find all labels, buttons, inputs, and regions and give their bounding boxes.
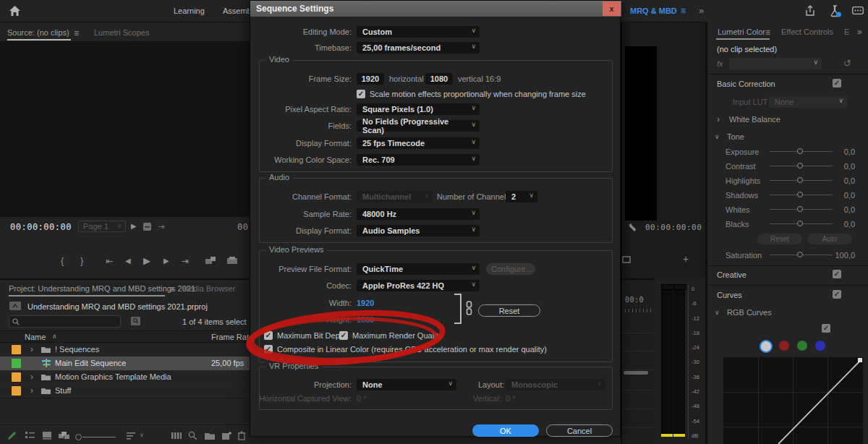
curve-channel-blue[interactable] <box>815 341 825 351</box>
sample-rate-select[interactable]: 48000 Hz ∨ <box>357 208 480 220</box>
fields-select[interactable]: No Fields (Progressive Scan) ∨ <box>357 120 480 132</box>
export-share-icon[interactable] <box>804 5 816 17</box>
rgb-curve-editor[interactable] <box>723 357 863 444</box>
rgb-curves-section[interactable]: RGB Curves <box>727 308 772 317</box>
wrench-settings-icon[interactable] <box>629 223 638 232</box>
curve-channel-red[interactable] <box>779 341 789 351</box>
number-of-channels-select[interactable]: 2 ∨ <box>506 191 537 202</box>
slider-thumb[interactable] <box>797 252 803 257</box>
projection-select[interactable]: None ∨ <box>357 379 456 390</box>
panel-menu-icon[interactable]: ≡ <box>74 28 79 38</box>
slider-value[interactable]: 0,0 <box>835 218 855 230</box>
freeform-view-icon[interactable] <box>58 431 70 440</box>
basic-correction-checkbox[interactable]: ✓ <box>833 79 841 87</box>
label-swatch[interactable] <box>12 372 21 382</box>
section-curves[interactable]: Curves <box>717 291 742 299</box>
slider-value[interactable]: 0,0 <box>835 189 855 201</box>
item-name[interactable]: Motion Graphics Template Media <box>55 370 171 384</box>
breadcrumb[interactable]: Understanding MRQ and MBD settings 2021.… <box>27 302 208 311</box>
chevron-down-icon[interactable]: ∨ <box>715 309 720 316</box>
comments-icon[interactable] <box>852 7 864 16</box>
slider-thumb[interactable] <box>797 221 803 226</box>
insert-icon[interactable] <box>205 256 216 265</box>
workspace-tab-learning[interactable]: Learning <box>168 0 210 22</box>
audio-display-format-select[interactable]: Audio Samples ∨ <box>357 225 480 236</box>
reset-effect-icon[interactable]: ↺ <box>843 58 851 69</box>
max-render-quality-checkbox[interactable]: ✓ <box>339 331 348 340</box>
play-button[interactable]: ▶ <box>143 255 150 266</box>
slider-value[interactable]: 0,0 <box>835 146 855 158</box>
tab-effect-controls[interactable]: Effect Controls <box>781 27 833 36</box>
workspace-overflow-icon[interactable]: » <box>699 5 704 16</box>
curve-channel-master[interactable] <box>760 340 773 353</box>
max-bit-depth-checkbox[interactable]: ✓ <box>264 331 273 340</box>
panel-overflow-icon[interactable]: » <box>857 27 862 37</box>
fx-preset-select[interactable]: ∨ <box>729 58 822 69</box>
slider-thumb[interactable] <box>797 177 803 183</box>
chevron-down-icon[interactable]: ∨ <box>140 432 144 438</box>
bin-up-icon[interactable] <box>9 301 22 311</box>
ok-button[interactable]: OK <box>472 424 539 437</box>
frame-height-input[interactable]: 1080 <box>425 73 453 85</box>
project-row-stuff[interactable]: › Stuff <box>0 384 250 398</box>
zoom-slider-thumb[interactable] <box>75 434 82 440</box>
timeline-track-item[interactable] <box>624 371 648 375</box>
tone-reset-button[interactable]: Reset <box>757 234 802 244</box>
white-balance-section[interactable]: White Balance <box>729 115 780 124</box>
disclosure-icon[interactable]: › <box>30 384 33 398</box>
find-icon[interactable] <box>188 431 197 440</box>
panel-menu-icon[interactable]: ≡ <box>765 27 770 38</box>
project-row-main-edit-sequence[interactable]: Main Edit Sequence 25,00 fps <box>0 357 250 371</box>
preview-reset-button[interactable]: Reset <box>478 304 540 317</box>
disclosure-icon[interactable]: › <box>30 343 33 357</box>
preview-width-value[interactable]: 1920 <box>357 296 374 309</box>
preview-file-format-select[interactable]: QuickTime ∨ <box>357 263 480 275</box>
close-icon[interactable]: x <box>603 1 621 16</box>
slider-value[interactable]: 100,0 <box>835 249 855 261</box>
curves-checkbox[interactable]: ✓ <box>833 290 841 299</box>
input-lut-select[interactable]: None ∨ <box>769 96 847 108</box>
icon-view-icon[interactable] <box>42 431 52 440</box>
writable-pen-icon[interactable] <box>7 431 17 440</box>
project-row-sequences[interactable]: › ! Sequences <box>0 343 250 357</box>
list-view-icon[interactable] <box>25 431 35 440</box>
codec-select[interactable]: Apple ProRes 422 HQ ∨ <box>357 280 480 291</box>
section-basic-correction[interactable]: Basic Correction <box>717 80 775 88</box>
mark-out-button[interactable]: } <box>80 255 83 266</box>
video-display-format-select[interactable]: 25 fps Timecode ∨ <box>357 137 480 149</box>
section-creative[interactable]: Creative <box>717 270 746 279</box>
new-item-icon[interactable] <box>221 431 231 440</box>
rgb-curves-checkbox[interactable]: ✓ <box>822 324 830 333</box>
workspace-menu-icon[interactable]: ≡ <box>681 6 686 16</box>
label-swatch[interactable] <box>12 345 21 354</box>
workspace-tab-mrq-mbd[interactable]: MRQ & MBD <box>624 0 683 22</box>
creative-checkbox[interactable]: ✓ <box>833 270 841 278</box>
editing-mode-select[interactable]: Custom ∨ <box>357 26 480 38</box>
go-to-in-button[interactable]: ⇤ <box>106 256 113 266</box>
tab-source[interactable]: Source: (no clips) <box>7 28 69 37</box>
column-name[interactable]: Name <box>25 333 46 341</box>
zoom-slider-track[interactable] <box>82 437 116 437</box>
disclosure-icon[interactable]: › <box>717 114 720 124</box>
dialog-titlebar[interactable]: Sequence Settings x <box>250 1 621 17</box>
tab-lumetri-scopes[interactable]: Lumetri Scopes <box>94 28 149 37</box>
link-chain-icon[interactable] <box>466 301 472 315</box>
search-bin-icon[interactable] <box>130 316 141 326</box>
curve-channel-green[interactable] <box>797 341 807 351</box>
home-icon[interactable] <box>9 5 21 17</box>
slider-thumb[interactable] <box>797 148 803 154</box>
go-to-out-button[interactable]: ⇥ <box>182 256 189 266</box>
play-proxy-icon[interactable]: ▶ <box>131 222 137 230</box>
tone-auto-button[interactable]: Auto <box>807 234 852 244</box>
label-swatch[interactable] <box>12 359 21 368</box>
slider-thumb[interactable] <box>797 163 803 168</box>
beta-flask-icon[interactable] <box>829 5 842 17</box>
slider-value[interactable]: 0,0 <box>835 204 855 215</box>
item-name[interactable]: ! Sequences <box>55 343 99 357</box>
cancel-button[interactable]: Cancel <box>546 424 613 437</box>
scale-motion-checkbox[interactable]: ✓ <box>357 90 365 98</box>
label-swatch[interactable] <box>12 386 21 396</box>
step-back-button[interactable]: ◀ <box>125 257 131 265</box>
item-name[interactable]: Stuff <box>55 384 71 398</box>
slider-thumb[interactable] <box>797 192 803 197</box>
